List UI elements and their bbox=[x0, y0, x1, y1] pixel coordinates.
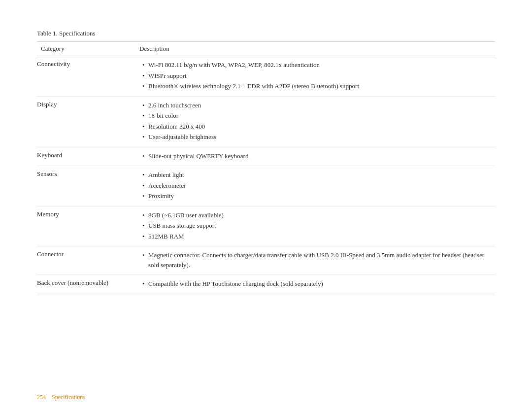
category-cell: Keyboard bbox=[37, 147, 135, 166]
category-cell: Memory bbox=[37, 206, 135, 246]
description-cell: Wi-Fi 802.11 b/g/n with WPA, WPA2, WEP, … bbox=[135, 56, 495, 97]
list-item: 2.6 inch touchscreen bbox=[140, 101, 491, 110]
description-cell: Magnetic connector. Connects to charger/… bbox=[135, 246, 495, 275]
specifications-table: Category Description ConnectivityWi-Fi 8… bbox=[37, 41, 495, 294]
table-row: KeyboardSlide-out physical QWERTY keyboa… bbox=[37, 147, 495, 166]
category-cell: Sensors bbox=[37, 166, 135, 206]
page-number: 254 bbox=[37, 394, 46, 401]
list-item: Proximity bbox=[140, 191, 491, 201]
table-row: ConnectivityWi-Fi 802.11 b/g/n with WPA,… bbox=[37, 56, 495, 97]
table-row: SensorsAmbient lightAccelerometerProximi… bbox=[37, 166, 495, 206]
list-item: 8GB (~6.1GB user available) bbox=[140, 210, 491, 220]
category-cell: Connector bbox=[37, 246, 135, 275]
list-item: Resolution: 320 x 400 bbox=[140, 122, 491, 132]
table-header-row: Category Description bbox=[37, 42, 495, 56]
description-cell: Compatible with the HP Touchstone chargi… bbox=[135, 275, 495, 294]
list-item: 512MB RAM bbox=[140, 232, 491, 241]
table-row: Back cover (nonremovable)Compatible with… bbox=[37, 275, 495, 294]
description-cell: Ambient lightAccelerometerProximity bbox=[135, 166, 495, 206]
table-row: Memory8GB (~6.1GB user available)USB mas… bbox=[37, 206, 495, 246]
list-item: Bluetooth® wireless technology 2.1 + EDR… bbox=[140, 81, 491, 91]
category-header: Category bbox=[37, 42, 135, 56]
list-item: 18-bit color bbox=[140, 111, 491, 121]
category-cell: Back cover (nonremovable) bbox=[37, 275, 135, 294]
list-item: Magnetic connector. Connects to charger/… bbox=[140, 250, 491, 270]
list-item: WISPr support bbox=[140, 71, 491, 81]
page-content: Table 1. Specifications Category Descrip… bbox=[0, 0, 532, 314]
footer-section-title: Specifications bbox=[52, 394, 85, 401]
description-cell: 2.6 inch touchscreen18-bit colorResoluti… bbox=[135, 96, 495, 147]
list-item: User-adjustable brightness bbox=[140, 132, 491, 142]
description-cell: 8GB (~6.1GB user available)USB mass stor… bbox=[135, 206, 495, 246]
list-item: Ambient light bbox=[140, 170, 491, 180]
category-cell: Display bbox=[37, 96, 135, 147]
list-item: Wi-Fi 802.11 b/g/n with WPA, WPA2, WEP, … bbox=[140, 60, 491, 70]
list-item: Slide-out physical QWERTY keyboard bbox=[140, 151, 491, 161]
description-header: Description bbox=[135, 42, 495, 56]
table-title: Table 1. Specifications bbox=[37, 30, 495, 37]
list-item: USB mass storage support bbox=[140, 221, 491, 231]
category-cell: Connectivity bbox=[37, 56, 135, 97]
list-item: Compatible with the HP Touchstone chargi… bbox=[140, 279, 491, 289]
page-footer: 254 Specifications bbox=[37, 394, 85, 401]
table-row: Display2.6 inch touchscreen18-bit colorR… bbox=[37, 96, 495, 147]
list-item: Accelerometer bbox=[140, 181, 491, 191]
description-cell: Slide-out physical QWERTY keyboard bbox=[135, 147, 495, 166]
table-row: ConnectorMagnetic connector. Connects to… bbox=[37, 246, 495, 275]
